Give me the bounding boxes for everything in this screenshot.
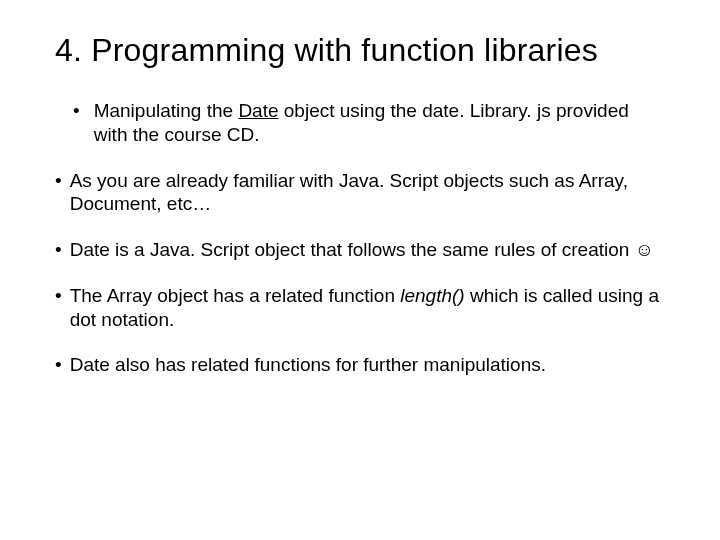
bullet-item: • Manipulating the Date object using the… <box>55 99 665 147</box>
bullet-marker: • <box>55 284 70 332</box>
bullet-text: Date also has related functions for furt… <box>70 353 546 377</box>
slide-title: 4. Programming with function libraries <box>55 32 665 69</box>
bullet-item: • The Array object has a related functio… <box>55 284 665 332</box>
bullet-item: • As you are already familiar with Java.… <box>55 169 665 217</box>
bullet-marker: • <box>55 238 70 262</box>
bullet-item: • Date also has related functions for fu… <box>55 353 665 377</box>
bullet-marker: • <box>55 169 70 217</box>
bullet-text: The Array object has a related function … <box>70 284 665 332</box>
slide-body: • Manipulating the Date object using the… <box>55 99 665 377</box>
bullet-text: Date is a Java. Script object that follo… <box>70 238 654 262</box>
bullet-marker: • <box>55 99 94 147</box>
bullet-item: • Date is a Java. Script object that fol… <box>55 238 665 262</box>
bullet-marker: • <box>55 353 70 377</box>
italic-text: length() <box>400 285 464 306</box>
bullet-text: Manipulating the Date object using the d… <box>94 99 665 147</box>
underlined-text: Date <box>238 100 278 121</box>
bullet-text: As you are already familiar with Java. S… <box>70 169 665 217</box>
